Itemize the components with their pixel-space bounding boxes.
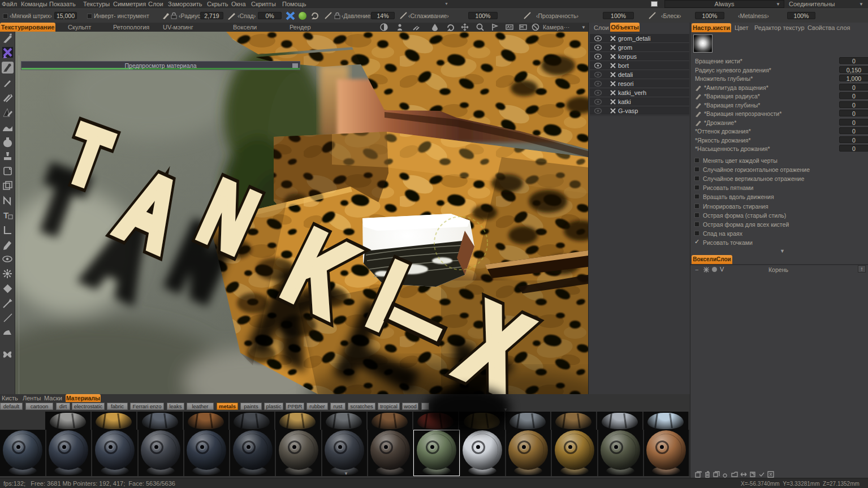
svg-text:T: T [3,210,8,220]
